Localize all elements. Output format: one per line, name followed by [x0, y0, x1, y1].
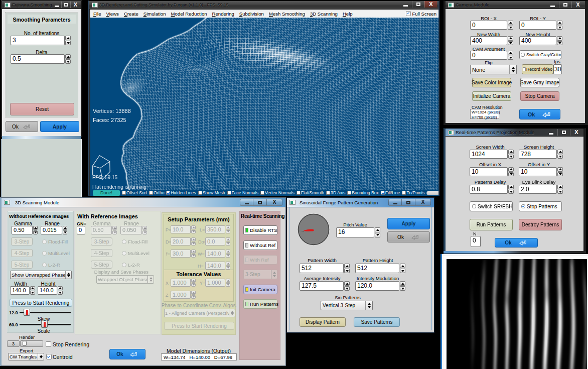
phase-coord-select[interactable]: 1 - Aligned Camera (Perspective [164, 309, 235, 317]
step3-button[interactable]: 3-Step [11, 237, 33, 245]
z-input[interactable]: 1.000 [171, 291, 191, 299]
run-patterns-button[interactable]: Run Patterns [470, 219, 513, 230]
rts-run-patterns-button[interactable]: Run Patterns [243, 299, 277, 309]
maximize-button[interactable] [559, 2, 571, 8]
close-button[interactable]: X [267, 199, 282, 206]
patterns-ok-button[interactable]: Ok [495, 238, 538, 248]
close-button[interactable]: X [570, 129, 582, 136]
initialize-camera-button[interactable]: Initialize Camera [472, 91, 511, 101]
menu-help[interactable]: Help [343, 11, 353, 17]
wrapped-phase-select[interactable]: Wrapped Object Phase [96, 275, 154, 284]
range-spinner[interactable] [63, 226, 67, 234]
reset-button[interactable]: Reset [10, 103, 74, 115]
close-button[interactable]: X [571, 2, 584, 8]
pattern-height-input[interactable]: 512 [355, 264, 399, 273]
f-input[interactable]: 30.0 [171, 250, 191, 258]
step5-button[interactable]: 5-Step [11, 261, 33, 269]
pattern-width-spinner[interactable] [344, 264, 350, 273]
maximize-button[interactable] [412, 1, 424, 8]
pitch-spinner[interactable] [375, 227, 380, 237]
avg-intensity-input[interactable]: 127.5 [300, 281, 344, 291]
offset-y-input[interactable]: 10 [519, 167, 557, 176]
do-input[interactable]: 0.0 [205, 237, 225, 245]
iterations-input[interactable]: 3 [11, 36, 65, 45]
pitch-dial[interactable] [298, 213, 330, 245]
menu-model-reduction[interactable]: Model Reduction [171, 11, 207, 17]
skew-slider[interactable] [20, 309, 71, 316]
destroy-patterns-button[interactable]: Destroy Patterns [519, 219, 562, 230]
delta-input[interactable]: 0.5 [11, 54, 65, 64]
phase-display-select[interactable]: Show Unwrapped Phase [10, 271, 72, 279]
sinus-ok-button[interactable]: Ok [387, 231, 430, 242]
p-input[interactable]: 10.0 [171, 225, 191, 233]
screen-height-input[interactable]: 728 [519, 150, 557, 159]
roi-x-spinner[interactable] [508, 21, 513, 30]
render-count-box[interactable]: 3 [7, 340, 20, 347]
maximize-button[interactable] [253, 199, 267, 206]
delta-spinner[interactable] [65, 54, 71, 64]
stop-camera-button[interactable]: Stop Camera [520, 91, 559, 101]
without-ref-button[interactable]: Without Ref [243, 240, 277, 250]
statusbar-checkbox-face-normals[interactable] [227, 191, 231, 195]
menu-views[interactable]: Views [106, 11, 118, 17]
scanning-ok-button[interactable]: Ok [109, 349, 145, 359]
statusbar-checkbox-vertex-normals[interactable] [260, 191, 264, 195]
step4-button[interactable]: 4-Step [11, 249, 33, 257]
statusbar-checkbox-bounding-box[interactable] [347, 191, 351, 195]
roi-y-input[interactable]: 0 [519, 21, 556, 30]
intensity-mod-input[interactable]: 120.0 [355, 281, 399, 291]
l2r-radio[interactable] [42, 263, 47, 267]
offset-x-spinner[interactable] [508, 167, 514, 176]
fujiwara-ok-button[interactable]: Ok [6, 121, 38, 132]
fullscreen-checkbox[interactable] [406, 11, 411, 16]
cam-argument-input[interactable]: 0 [470, 51, 507, 60]
menu-mesh-smoothing[interactable]: Mesh Smoothing [269, 11, 305, 17]
export-select[interactable]: CW Triangles [8, 353, 44, 360]
h-input[interactable]: 140.0 [205, 262, 225, 270]
gn-input[interactable]: 0 [77, 226, 85, 234]
x-input[interactable]: 1.000 [171, 279, 191, 287]
width-input[interactable]: 140.0 [10, 286, 30, 295]
gamma-spinner[interactable] [33, 226, 38, 234]
screen-width-spinner[interactable] [508, 150, 514, 159]
w-input[interactable]: 140.0 [205, 250, 225, 258]
sinus-apply-button[interactable]: Apply [387, 218, 430, 229]
w-spinner[interactable] [226, 250, 230, 258]
menu-file[interactable]: File [93, 11, 101, 17]
range-input[interactable]: 0.050 [120, 226, 142, 234]
multilevel-radio[interactable] [122, 251, 126, 256]
rts-step-select[interactable]: 3-Step [243, 270, 277, 279]
close-button[interactable]: X [424, 1, 437, 8]
render-slider[interactable] [20, 340, 43, 347]
minimize-button[interactable] [399, 1, 412, 8]
with-ref-button[interactable]: With Ref [243, 255, 277, 265]
minimize-button[interactable] [52, 2, 61, 8]
height-spinner[interactable] [58, 286, 63, 295]
stop-patterns-button[interactable]: Stop Patterns [519, 201, 562, 211]
close-button[interactable]: X [415, 199, 431, 206]
pattern-height-spinner[interactable] [400, 264, 405, 273]
close-button[interactable]: X [70, 2, 80, 8]
h-spinner[interactable] [226, 262, 230, 270]
avg-intensity-spinner[interactable] [344, 281, 350, 291]
new-height-input[interactable]: 400 [519, 36, 556, 45]
viewport[interactable]: Vertices: 13888 Faces: 27325 FPS: 59.15 … [90, 18, 438, 190]
minimize-button[interactable] [545, 129, 557, 136]
disable-rts-button[interactable]: Disable RTS [243, 225, 277, 235]
sin-patterns-select[interactable]: Vertical 3-Step [321, 301, 373, 310]
menu-rendering[interactable]: Rendering [212, 11, 234, 17]
renderer-title-bar[interactable]: 3D Renderer and Cutting Simulator by Fur… [89, 1, 438, 10]
l-input[interactable]: 350.0 [205, 225, 225, 233]
statusbar-checkbox-show-mesh[interactable] [198, 191, 202, 195]
statusbar-checkbox-flat-smooth[interactable] [297, 191, 301, 195]
patterns-delay-spinner[interactable] [508, 185, 514, 194]
statusbar-checkbox-offset-surf[interactable] [122, 191, 126, 195]
flood-fill-radio[interactable] [122, 239, 126, 244]
fps-input[interactable]: 30 [553, 64, 562, 74]
p-spinner[interactable] [191, 225, 196, 233]
minimize-button[interactable] [546, 2, 559, 8]
step5-button[interactable]: 5-Step [91, 261, 112, 269]
minimize-button[interactable] [240, 199, 253, 206]
save-gray-image-button[interactable]: Save Gray Image [520, 78, 559, 87]
menu-create[interactable]: Create [124, 11, 138, 17]
